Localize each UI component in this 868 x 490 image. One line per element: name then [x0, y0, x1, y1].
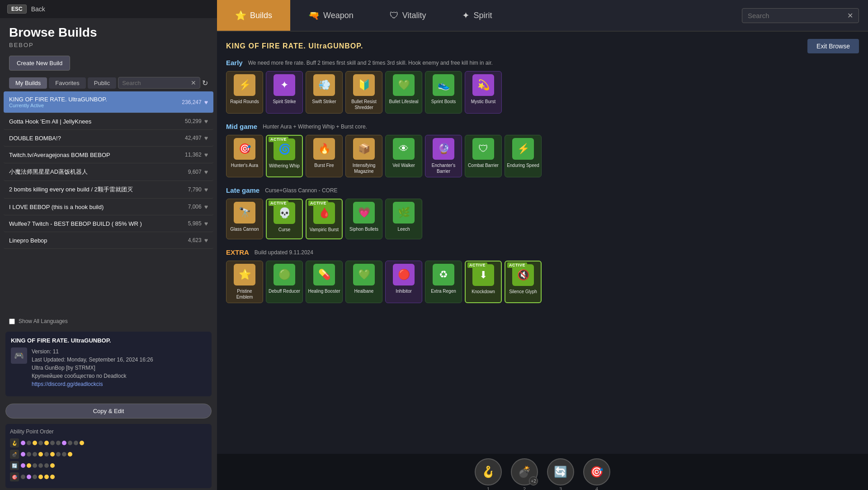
- build-info-title: KING OF FIRE RATE. UltraGUNBOP.: [11, 337, 206, 344]
- dot: [62, 441, 66, 445]
- bottom-ability-3[interactable]: 🔄 3: [547, 458, 574, 485]
- item-knockdown[interactable]: ACTIVE ⬇ Knockdown: [465, 261, 502, 303]
- item-name-vampiric-burst: Vampiric Burst: [310, 227, 339, 233]
- item-healbane[interactable]: 💚 Healbane: [345, 261, 382, 303]
- item-name-spirit-strike: Spirit Strike: [273, 99, 296, 105]
- item-hunters-aura[interactable]: 🎯 Hunter's Aura: [226, 135, 263, 177]
- item-name-healbane: Healbane: [354, 288, 374, 294]
- tab-my-builds[interactable]: My Builds: [9, 77, 47, 89]
- item-enchanters-barrier[interactable]: 🔮 Enchanter's Barrier: [425, 135, 462, 177]
- build-info-version: Version: 11: [32, 347, 153, 356]
- toolbar: Create New Build: [0, 52, 217, 74]
- exit-browse-button[interactable]: Exit Browse: [807, 39, 859, 53]
- back-button[interactable]: Back: [31, 5, 45, 13]
- build-item-3[interactable]: Twitch.tv/Averagejonas BOMB BEBOP 11,362…: [4, 147, 213, 163]
- build-item-heart-4[interactable]: ♥: [204, 168, 208, 176]
- build-item-4[interactable]: 小魔法师黑星星AD蒸饭机器人 9,607 ♥: [4, 163, 213, 181]
- nav-tab-weapon[interactable]: 🔫 Weapon: [290, 0, 372, 31]
- item-name-curse: Curse: [278, 227, 291, 233]
- build-item-name-2: DOUBLE BOMBA!?: [9, 135, 185, 142]
- build-item-status-0: Currently Active: [9, 103, 182, 108]
- item-mystic-burst[interactable]: 💫 Mystic Burst: [465, 71, 502, 114]
- tab-public[interactable]: Public: [88, 77, 116, 89]
- item-siphon-bullets[interactable]: 💗 Siphon Bullets: [345, 199, 382, 239]
- item-name-glass-cannon: Glass Cannon: [230, 226, 259, 232]
- build-item-0[interactable]: KING OF FIRE RATE. UltraGUNBOP. Currentl…: [4, 91, 213, 113]
- mystic-burst-icon: 💫: [472, 74, 494, 96]
- build-item-heart-7[interactable]: ♥: [204, 220, 208, 227]
- item-rapid-rounds[interactable]: ⚡ Rapid Rounds: [226, 71, 263, 114]
- build-item-heart-8[interactable]: ♥: [204, 237, 208, 244]
- item-combat-barrier[interactable]: 🛡 Combat Barrier: [465, 135, 502, 177]
- item-inhibitor[interactable]: 🔴 Inhibitor: [385, 261, 422, 303]
- item-pristine-emblem[interactable]: ⭐ Pristine Emblem: [226, 261, 263, 303]
- create-build-button[interactable]: Create New Build: [9, 56, 70, 71]
- item-healing-booster[interactable]: 💊 Healing Booster: [306, 261, 343, 303]
- item-name-bullet-lifesteal: Bullet Lifesteal: [389, 99, 418, 105]
- build-item-heart-0[interactable]: ♥: [204, 99, 208, 106]
- bottom-ability-1[interactable]: 🪝 1: [475, 458, 502, 485]
- build-item-heart-5[interactable]: ♥: [204, 186, 208, 193]
- item-burst-fire[interactable]: 🔥 Burst Fire: [306, 135, 343, 177]
- item-vampiric-burst[interactable]: ACTIVE 🩸 Vampiric Burst: [306, 199, 343, 239]
- build-item-5[interactable]: 2 bombs killing every one build / 2颗手雷就团…: [4, 181, 213, 199]
- nav-tab-builds[interactable]: ⭐ Builds: [217, 0, 290, 31]
- spirit-strike-icon: ✦: [274, 74, 295, 96]
- phase-extra: EXTRA Build updated 9.11.2024 ⭐ Pristine…: [226, 248, 859, 303]
- item-leech[interactable]: 🌿 Leech: [385, 199, 422, 239]
- item-extra-regen[interactable]: ♻ Extra Regen: [425, 261, 462, 303]
- item-name-healing-booster: Healing Booster: [308, 288, 340, 294]
- item-bullet-resist-shredder[interactable]: 🔰 Bullet Resist Shredder: [345, 71, 382, 114]
- right-search-clear-button[interactable]: ✕: [847, 11, 853, 20]
- build-item-7[interactable]: Wulfee7 Twitch - BEST BEBOP BUILD ( 85% …: [4, 215, 213, 232]
- build-item-heart-2[interactable]: ♥: [204, 134, 208, 142]
- tab-favorites[interactable]: Favorites: [49, 77, 85, 89]
- refresh-button[interactable]: ↻: [202, 79, 208, 87]
- show-languages-checkbox[interactable]: [9, 319, 15, 324]
- item-name-inhibitor: Inhibitor: [396, 288, 412, 294]
- build-item-6[interactable]: I LOVE BEBOP (this is a hook build) 7,00…: [4, 199, 213, 215]
- esc-button[interactable]: ESC: [7, 5, 27, 14]
- ability-row-4: 🎯: [10, 472, 207, 481]
- build-item-heart-1[interactable]: ♥: [204, 118, 208, 125]
- burst-fire-icon: 🔥: [313, 138, 335, 160]
- dot: [38, 463, 43, 468]
- item-name-debuff-reducer: Debuff Reducer: [269, 288, 300, 294]
- build-item-count-1: 50,299: [185, 118, 202, 124]
- bottom-ability-4[interactable]: 🎯 4: [583, 458, 610, 485]
- nav-tab-vitality[interactable]: 🛡 Vitality: [372, 0, 444, 31]
- dot: [62, 452, 66, 457]
- ability-row-1: 🪝: [10, 438, 207, 447]
- build-item-1[interactable]: Gotta Hook 'Em All | JellyKnees 50,299 ♥: [4, 113, 213, 130]
- ability-dots-3: [21, 463, 207, 468]
- item-intensifying-magazine[interactable]: 📦 Intensifying Magazine: [345, 135, 382, 177]
- dot: [68, 441, 72, 445]
- search-clear-button[interactable]: ✕: [191, 79, 196, 86]
- search-input[interactable]: [122, 80, 191, 86]
- phase-extra-items: ⭐ Pristine Emblem 🟢 Debuff Reducer 💊 Hea…: [226, 261, 859, 303]
- item-swift-striker[interactable]: 💨 Swift Striker: [306, 71, 343, 114]
- item-enduring-speed[interactable]: ⚡ Enduring Speed: [505, 135, 542, 177]
- item-spirit-strike[interactable]: ✦ Spirit Strike: [266, 71, 303, 114]
- item-curse[interactable]: ACTIVE 💀 Curse: [266, 199, 303, 239]
- item-sprint-boots[interactable]: 👟 Sprint Boots: [425, 71, 462, 114]
- right-search-input[interactable]: [748, 12, 847, 19]
- item-debuff-reducer[interactable]: 🟢 Debuff Reducer: [266, 261, 303, 303]
- copy-edit-button[interactable]: Copy & Edit: [5, 404, 212, 419]
- ability-order-title: Ability Point Order: [10, 428, 207, 435]
- build-item-2[interactable]: DOUBLE BOMBA!? 42,497 ♥: [4, 130, 213, 147]
- item-bullet-lifesteal[interactable]: 💚 Bullet Lifesteal: [385, 71, 422, 114]
- item-silence-glyph[interactable]: ACTIVE 🔇 Silence Glyph: [505, 261, 542, 303]
- build-item-heart-6[interactable]: ♥: [204, 203, 208, 210]
- build-info-link[interactable]: https://discord.gg/deadlockcis: [32, 381, 103, 387]
- build-item-8[interactable]: Linepro Bebop 4,623 ♥: [4, 232, 213, 249]
- item-veil-walker[interactable]: 👁 Veil Walker: [385, 135, 422, 177]
- nav-tab-spirit[interactable]: ✦ Spirit: [444, 0, 510, 31]
- bottom-ability-2[interactable]: 💣 +2 2: [511, 458, 538, 485]
- bottom-ability-bar: 🪝 1 💣 +2 2 🔄 3 🎯 4: [217, 454, 868, 490]
- item-withering-whip[interactable]: ACTIVE 🌀 Withering Whip: [266, 135, 303, 177]
- page-subtitle: BEBOP: [9, 42, 208, 48]
- phase-mid-label: Mid game: [226, 123, 257, 130]
- build-item-heart-3[interactable]: ♥: [204, 151, 208, 158]
- item-glass-cannon[interactable]: 🔭 Glass Cannon: [226, 199, 263, 239]
